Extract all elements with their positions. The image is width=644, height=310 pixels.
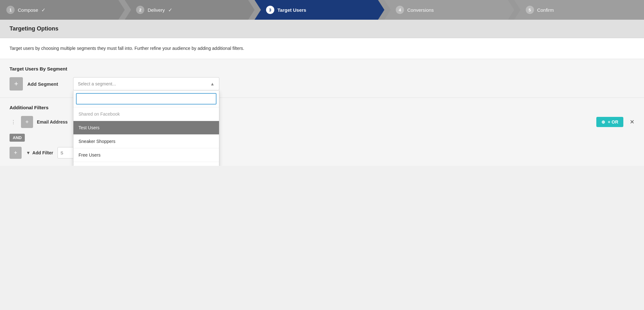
section-header: Targeting Options: [0, 20, 644, 38]
dropdown-item-free-users[interactable]: Free Users: [73, 148, 219, 162]
stepper: 1 Compose ✓ 2 Delivery ✓ 3 Target Users …: [0, 0, 644, 20]
email-filter-add-btn[interactable]: +: [21, 116, 33, 128]
step-conversions-number: 4: [396, 6, 404, 14]
add-segment-button[interactable]: +: [10, 77, 23, 91]
add-segment-label: Add Segment: [27, 81, 69, 87]
add-filter-label: ▼ Add Filter: [26, 150, 53, 155]
step-confirm[interactable]: 5 Confirm: [514, 0, 644, 20]
step-target-users[interactable]: 3 Target Users: [255, 0, 384, 20]
main-content: Targeting Options Target users by choosi…: [0, 20, 644, 166]
step-delivery-number: 2: [136, 6, 144, 14]
step-target-users-number: 3: [266, 6, 274, 14]
drag-handle-icon[interactable]: ⋮: [10, 118, 17, 126]
dropdown-search-wrapper: [73, 91, 219, 107]
delivery-check-icon: ✓: [168, 7, 172, 13]
description-text: Target users by choosing multiple segmen…: [10, 45, 634, 52]
add-segment-row: + Add Segment Select a segment... ▲ Shar…: [10, 77, 634, 91]
segment-select-placeholder: Select a segment...: [78, 81, 116, 86]
segment-dropdown: Shared on Facebook Test Users Sneaker Sh…: [73, 91, 219, 166]
dropdown-item-all-users[interactable]: All Users: [73, 162, 219, 166]
step-target-users-label: Target Users: [277, 7, 306, 13]
add-filter-button[interactable]: +: [10, 147, 22, 159]
plus-icon: ⊕: [601, 119, 605, 125]
step-conversions[interactable]: 4 Conversions: [384, 0, 514, 20]
step-compose-label: Compose: [18, 7, 38, 13]
segment-select-wrapper: Select a segment... ▲ Shared on Facebook…: [73, 77, 219, 91]
segment-section-title: Target Users By Segment: [10, 66, 634, 71]
dropdown-item-test-users[interactable]: Test Users: [73, 121, 219, 135]
step-confirm-label: Confirm: [537, 7, 554, 13]
description-section: Target users by choosing multiple segmen…: [0, 38, 644, 59]
or-button[interactable]: ⊕ + OR: [596, 117, 623, 127]
email-filter-label: Email Address: [37, 119, 75, 125]
dropdown-list: Shared on Facebook Test Users Sneaker Sh…: [73, 107, 219, 166]
chevron-up-icon: ▲: [210, 81, 215, 86]
close-filter-icon[interactable]: ✕: [630, 118, 634, 125]
step-conversions-label: Conversions: [407, 7, 434, 13]
segment-select[interactable]: Select a segment... ▲: [73, 77, 219, 91]
step-delivery[interactable]: 2 Delivery ✓: [125, 0, 254, 20]
step-delivery-label: Delivery: [147, 7, 165, 13]
dropdown-item-sneaker-shoppers[interactable]: Sneaker Shoppers: [73, 135, 219, 148]
step-confirm-number: 5: [526, 6, 534, 14]
compose-check-icon: ✓: [41, 7, 45, 13]
segment-section: Target Users By Segment + Add Segment Se…: [0, 59, 644, 98]
step-compose-number: 1: [6, 6, 15, 14]
dropdown-search-input[interactable]: [76, 93, 216, 104]
dropdown-item-shared-facebook[interactable]: Shared on Facebook: [73, 107, 219, 121]
step-compose[interactable]: 1 Compose ✓: [0, 0, 125, 20]
filter-icon: ▼: [26, 150, 31, 155]
section-title: Targeting Options: [10, 25, 634, 32]
